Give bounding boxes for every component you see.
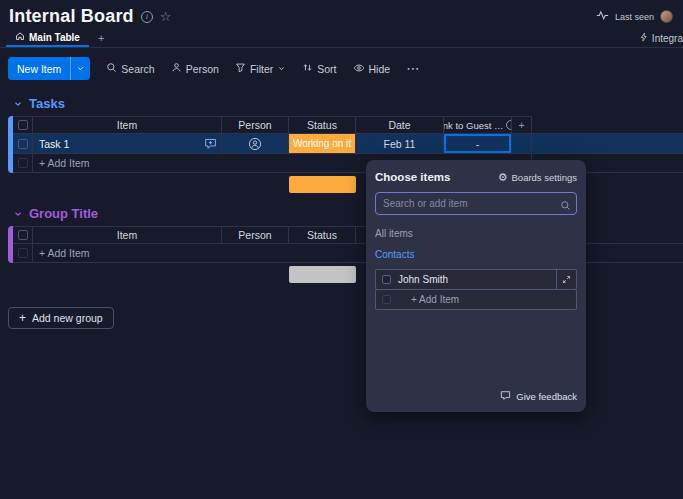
table-row-task1[interactable]: Task 1 Working on it Feb 11 - — [13, 134, 683, 154]
board-header: Internal Board i ☆ Last seen — [0, 0, 683, 28]
eye-icon — [353, 62, 365, 76]
item-name: John Smith — [398, 274, 448, 285]
boards-settings-label: Boards settings — [512, 172, 577, 183]
filter-label: Filter — [250, 63, 273, 75]
column-header-person[interactable]: Person — [222, 116, 289, 134]
select-all-checkbox[interactable] — [13, 226, 33, 244]
funnel-icon — [235, 62, 246, 75]
add-column-button[interactable]: + — [512, 116, 532, 134]
search-input[interactable] — [375, 192, 577, 215]
more-options-button[interactable]: ⋯ — [399, 58, 427, 80]
give-feedback-label: Give feedback — [516, 391, 577, 402]
all-items-label: All items — [375, 228, 577, 239]
integrate-label: Integra — [652, 33, 683, 44]
row-filler — [532, 134, 683, 154]
info-icon[interactable]: i — [141, 11, 153, 23]
new-item-caret-icon[interactable] — [70, 57, 90, 80]
group-color-bar — [8, 116, 13, 173]
status-label: Working on it — [289, 134, 355, 153]
item-cell[interactable]: Task 1 — [33, 134, 222, 154]
chevron-down-icon[interactable] — [277, 63, 286, 75]
group-title[interactable]: Group Title — [29, 206, 98, 221]
add-tab-button[interactable]: + — [89, 29, 113, 47]
collapse-caret-icon[interactable] — [13, 209, 23, 219]
column-header-link[interactable]: link to Guest … i — [444, 116, 512, 134]
popup-list-item[interactable]: John Smith — [375, 269, 577, 290]
add-item-checkbox — [382, 295, 391, 304]
sort-label: Sort — [317, 63, 336, 75]
tab-bar: Main Table + Integra — [0, 29, 683, 48]
column-header-date[interactable]: Date — [356, 116, 444, 134]
feedback-bubble-icon — [500, 390, 511, 403]
tab-main-table[interactable]: Main Table — [6, 29, 89, 47]
last-seen-label: Last seen — [615, 12, 654, 22]
tab-label: Main Table — [29, 32, 80, 43]
person-icon — [171, 62, 182, 75]
collapse-caret-icon[interactable] — [13, 99, 23, 109]
avatar[interactable] — [660, 10, 673, 23]
hide-label: Hide — [369, 63, 391, 75]
link-column-label: link to Guest … — [444, 120, 503, 131]
popup-title: Choose items — [375, 171, 450, 183]
gear-icon: ⚙ — [498, 172, 508, 183]
new-item-label: New Item — [8, 57, 70, 80]
status-cell[interactable]: Working on it — [289, 134, 356, 154]
status-distribution-bar[interactable] — [289, 266, 356, 283]
search-label: Search — [121, 63, 154, 75]
person-label: Person — [186, 63, 219, 75]
item-checkbox[interactable] — [382, 275, 391, 284]
sort-button[interactable]: Sort — [295, 58, 343, 80]
group-title[interactable]: Tasks — [29, 96, 65, 111]
select-all-checkbox[interactable] — [13, 116, 33, 134]
search-icon — [560, 197, 571, 215]
column-header-item[interactable]: Item — [33, 226, 222, 244]
home-icon — [15, 31, 25, 43]
group-color-bar — [8, 226, 13, 263]
choose-items-popup: Choose items ⚙ Boards settings All items… — [366, 160, 586, 412]
popup-header: Choose items ⚙ Boards settings — [375, 171, 577, 183]
add-item-checkbox — [13, 244, 33, 263]
person-avatar-icon — [248, 137, 262, 151]
row-addcol-spacer — [512, 134, 532, 154]
column-header-item[interactable]: Item — [33, 116, 222, 134]
add-new-group-button[interactable]: + Add new group — [8, 307, 114, 329]
favorite-star-icon[interactable]: ☆ — [160, 10, 172, 23]
column-header-status[interactable]: Status — [289, 226, 356, 244]
add-update-chat-icon[interactable] — [204, 137, 217, 152]
hide-button[interactable]: Hide — [346, 58, 398, 80]
link-cell-selected[interactable]: - — [444, 134, 512, 154]
search-icon — [106, 62, 117, 75]
add-new-group-label: Add new group — [32, 312, 103, 324]
column-header-person[interactable]: Person — [222, 226, 289, 244]
bolt-icon — [639, 32, 649, 44]
row-checkbox[interactable] — [13, 134, 33, 154]
give-feedback-button[interactable]: Give feedback — [500, 390, 577, 403]
item-name: Task 1 — [39, 138, 69, 150]
page-title: Internal Board — [9, 6, 134, 27]
date-cell[interactable]: Feb 11 — [356, 134, 444, 154]
header-filler — [532, 116, 683, 134]
add-item-checkbox — [13, 154, 33, 173]
group-header-tasks: Tasks — [0, 96, 683, 116]
table-header-row: Item Person Status Date link to Guest … … — [13, 116, 683, 134]
person-filter-button[interactable]: Person — [164, 58, 226, 80]
popup-search — [375, 192, 577, 215]
sort-arrows-icon — [302, 62, 313, 75]
board-app: Internal Board i ☆ Last seen Main Table … — [0, 0, 683, 499]
person-cell[interactable] — [222, 134, 289, 154]
toolbar: New Item Search Person Filter — [0, 48, 683, 89]
expand-item-icon[interactable] — [556, 270, 576, 289]
contacts-board-link[interactable]: Contacts — [375, 249, 577, 260]
add-item-label: + Add Item — [411, 294, 459, 305]
filter-button[interactable]: Filter — [228, 58, 293, 80]
popup-add-item-row[interactable]: + Add Item — [375, 289, 577, 310]
search-button[interactable]: Search — [99, 58, 161, 80]
activity-pulse-icon[interactable] — [596, 8, 609, 26]
integrate-button[interactable]: Integra — [639, 29, 683, 47]
boards-settings-button[interactable]: ⚙ Boards settings — [498, 172, 577, 183]
column-header-status[interactable]: Status — [289, 116, 356, 134]
new-item-button[interactable]: New Item — [8, 57, 90, 80]
status-distribution-bar[interactable] — [289, 176, 356, 193]
plus-icon: + — [19, 312, 26, 324]
